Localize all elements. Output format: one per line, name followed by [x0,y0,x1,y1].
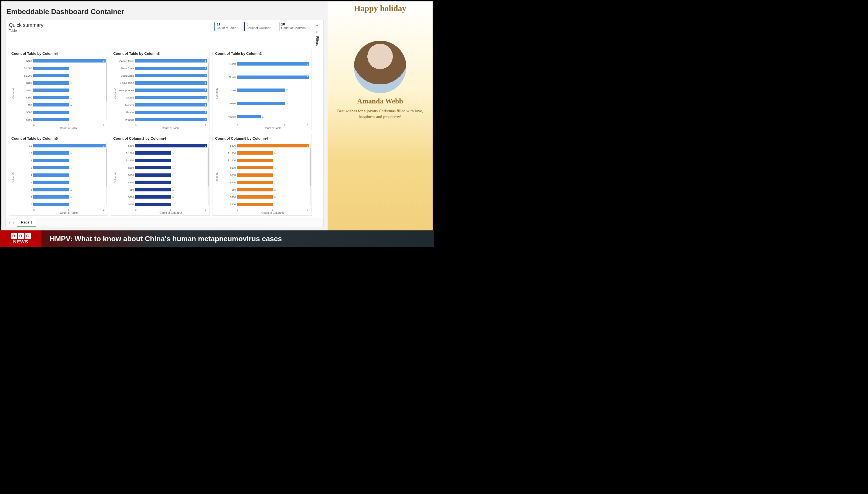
bar-fill [33,89,70,92]
prev-page-icon[interactable]: ◂ [7,221,11,225]
plot-body: North 3 South 3 East 2 West 2 Re [219,57,309,130]
bar-fill [33,166,70,169]
bar-value: 1 [274,203,276,206]
bar-fill [33,74,70,77]
chart-scrollbar[interactable] [106,57,107,120]
bar-category: 4 [15,173,32,176]
x-ticks: 012 [117,209,208,211]
bar-value: 1 [172,166,174,169]
chart-title: Count of Table by Column4 [11,52,105,56]
bar-row: 2 1 [15,158,105,163]
bar-fill: 1 [135,111,208,114]
x-tick: 1 [205,124,206,127]
x-axis-label: Count of Table [15,127,105,130]
bar-fill [33,118,70,121]
bar-track: 3 [237,62,309,65]
kpi-label: Count of Column5 [281,26,306,30]
chart-scrollbar[interactable] [208,57,209,120]
collapse-filters-icon[interactable]: « [316,23,318,27]
chart-card[interactable]: Count of Table by Column4 Column4 $200 2… [9,49,108,131]
bar-value: 1 [71,111,72,114]
bar-category: Desk Lamp [117,74,134,77]
bar-row: $1,000 1 [117,151,208,155]
y-axis-label: Column4 [113,141,117,215]
bars-area: $200 2 $1,000 1 $1,200 1 $100 1 [219,141,309,209]
filters-label[interactable]: Filters [315,36,319,46]
bar-category: 5 [15,181,32,184]
chart-plot: Column4 $200 2 $1,000 1 $1,200 1 $100 [113,141,208,215]
bar-category: 3 [15,166,32,169]
scrollbar-thumb[interactable] [106,63,107,101]
x-axis-label: Count of Column5 [219,211,309,214]
plot-body: $200 2 $1,000 1 $1,200 1 $100 1 [117,141,208,215]
bar-category: $300 [117,181,134,184]
bar-row: Headphones 1 [117,88,208,92]
bar-track: 1 [135,203,208,206]
scrollbar-thumb[interactable] [310,148,311,186]
scrollbar-thumb[interactable] [208,63,209,101]
bar-track: 1 [135,166,208,169]
chart-scrollbar[interactable] [310,142,311,206]
bar-fill [237,115,261,118]
bar-category: Region [219,115,236,118]
bar-fill [237,89,285,92]
bar-category: $50 [15,103,32,107]
bar-track: 1 [33,159,105,162]
bar-category: $1,000 [219,152,236,155]
chart-card[interactable]: Count of Table by Column3 Column3 Coffee… [111,49,210,131]
bar-row: $150 1 [219,173,309,177]
bar-row: $100 1 [15,81,105,85]
bar-row: 5 1 [15,180,105,184]
kpi-text: 10 Count of Column5 [281,22,306,30]
chart-scrollbar[interactable] [106,142,107,206]
chart-scrollbar[interactable] [208,142,209,206]
chart-title: Count of Table by Column5 [11,136,105,140]
scrollbar-thumb[interactable] [208,148,209,186]
chart-card[interactable]: Count of Table by Column2 Column2 North … [213,49,312,131]
chart-title: Count of Column5 by Column4 [215,136,309,140]
bar-category: $50 [117,188,134,191]
bar-category: 8 [15,203,32,206]
bar-track: 1 [33,66,105,70]
bar-row: $50 1 [117,188,208,192]
bar-fill [237,159,273,162]
scrollbar-thumb[interactable] [106,148,107,186]
filters-rail[interactable]: « ⫼ Filters [313,22,320,46]
bar-value: 1 [71,195,72,198]
bar-category: Dining Table [117,81,134,84]
bar-fill: 1 [135,118,208,121]
filters-icon[interactable]: ⫼ [316,30,319,34]
quick-summary-title: Quick summary [9,22,209,28]
bar-value: 1 [71,203,72,206]
bar-row: $300 1 [15,96,105,99]
bar-track: 1 [33,173,105,177]
bar-track: 1 [33,166,105,169]
bar-value: 1 [71,152,72,154]
x-tick: 0 [33,209,35,211]
kpi-card: 10 Count of Column5 [279,22,306,31]
bar-value: 1 [274,188,276,191]
bar-row: $800 1 [117,203,208,206]
charts-grid: Count of Table by Column4 Column4 $200 2… [5,47,323,218]
bar-category: $100 [219,166,236,169]
quick-summary-subtitle: Table [9,29,209,33]
bar-category: Monitor [117,103,134,107]
bar-row: $500 1 [117,195,208,199]
bar-category: $300 [219,181,236,184]
chart-card[interactable]: Count of Table by Column5 Column5 12 2 1… [9,134,108,216]
x-axis-label: Count of Table [219,127,309,130]
chart-card[interactable]: Count of Column2 by Column4 Column4 $200… [111,134,210,216]
bar-fill [33,203,70,206]
bar-fill: 1 [135,96,208,99]
x-axis-label: Count of Column2 [117,211,208,214]
bar-track: 1 [33,203,105,206]
y-axis-label: Column3 [113,57,117,130]
bar-row: $100 1 [117,166,208,170]
bar-category: $1,000 [15,66,32,70]
chart-card[interactable]: Count of Column5 by Column4 Column4 $200… [213,134,312,216]
x-tick: 2 [103,209,104,211]
bar-row: $1,200 1 [219,158,309,163]
bar-track: 3 [237,76,309,79]
next-page-icon[interactable]: ▸ [12,221,16,225]
page-tab-1[interactable]: Page 1 [17,218,36,227]
